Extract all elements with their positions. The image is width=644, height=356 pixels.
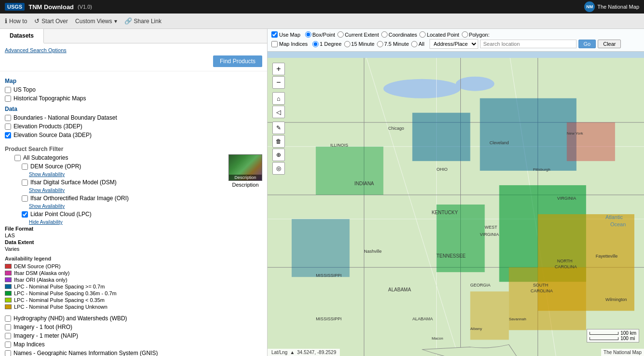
boundaries-checkbox[interactable] <box>5 115 11 121</box>
clear-button[interactable]: Clear <box>598 40 621 48</box>
draw-point-button[interactable]: ⊕ <box>272 149 285 161</box>
address-type-select[interactable]: Address/Place <box>429 39 478 49</box>
data-extent-row: Data Extent <box>5 239 262 245</box>
dem-opr-availability-link[interactable]: Show Availability <box>29 172 262 177</box>
ifsar-dsm-availability-link[interactable]: Show Availability <box>29 188 262 193</box>
draw-pencil-button[interactable]: ✎ <box>272 122 285 134</box>
go-button[interactable]: Go <box>578 40 596 48</box>
elevation-3dep-checkbox[interactable] <box>5 123 11 130</box>
svg-text:Pittsburgh: Pittsburgh <box>533 167 550 172</box>
box-point-radio-item: Box/Point <box>305 31 335 38</box>
thumbnail-label: Description <box>229 175 262 180</box>
app-version: (V1.0) <box>78 4 92 10</box>
legend-title: Availability legend <box>5 256 262 261</box>
names-gnis-checkbox[interactable] <box>5 350 11 356</box>
ifsar-dsm-checkbox[interactable] <box>22 179 28 186</box>
share-link-button[interactable]: 🔗 Share Link <box>124 17 161 25</box>
15-minute-label: 15 Minute <box>351 41 375 47</box>
panel-content: Map US Topo Historical Topographic Maps … <box>0 71 267 356</box>
lidar-lpc-label: Lidar Point Cloud (LPC) <box>30 211 92 218</box>
zoom-back-button[interactable]: ◁ <box>272 106 285 118</box>
svg-text:Fayetteville: Fayetteville <box>596 254 618 259</box>
svg-text:Macon: Macon <box>431 336 443 341</box>
current-extent-radio-item: Current Extent <box>337 31 379 38</box>
custom-views-button[interactable]: Custom Views ▾ <box>75 18 117 25</box>
us-topo-item: US Topo <box>5 86 262 93</box>
all-subcategories-checkbox[interactable] <box>14 155 21 161</box>
map-controls-row1: Use Map Box/Point Current Extent Coordin… <box>271 31 640 38</box>
zoom-home-button[interactable]: ⌂ <box>272 92 285 105</box>
legend-label-dsm: Ifsar DSM (Alaska only) <box>14 270 70 276</box>
ifsar-ori-item: Ifsar Orthorectified Radar Image (ORI) <box>22 195 262 202</box>
legend-label-ori: Ifsar ORI (Alaska only) <box>14 277 67 283</box>
lidar-lpc-checkbox[interactable] <box>22 211 28 218</box>
map-area[interactable]: Use Map Box/Point Current Extent Coordin… <box>268 29 644 356</box>
legend-item-lpc3: LPC - Nominal Pulse Spacing < 0.35m <box>5 297 262 303</box>
extent-type-group: Box/Point Current Extent Coordinates Loc… <box>305 31 489 38</box>
advanced-search-link[interactable]: Advanced Search Options <box>5 47 262 53</box>
svg-text:Chicago: Chicago <box>388 126 404 131</box>
legend-item-lpc2: LPC - Nominal Pulse Spacing 0.36m - 0.7m <box>5 290 262 296</box>
file-format-label: File Format <box>5 226 33 232</box>
coordinates-radio[interactable] <box>381 31 388 38</box>
lidar-lpc-availability-link[interactable]: Hide Availability <box>29 219 262 225</box>
how-to-button[interactable]: ℹ How to <box>5 17 27 25</box>
product-filter-header: Product Search Filter <box>5 146 262 152</box>
tab-datasets[interactable]: Datasets <box>0 29 44 43</box>
map-indices-map-label: Map Indices <box>279 41 308 47</box>
zoom-in-button[interactable]: + <box>272 63 285 75</box>
zoom-out-button[interactable]: − <box>272 76 285 89</box>
map-scale: 100 km 100 mi <box>587 329 639 342</box>
ifsar-ori-availability-link[interactable]: Show Availability <box>29 204 262 209</box>
use-map-checkbox[interactable] <box>271 31 278 38</box>
search-area: Advanced Search Options Find Products <box>0 43 267 71</box>
scale-km-label: 100 km <box>620 330 636 336</box>
svg-rect-15 <box>412 113 470 161</box>
located-point-radio[interactable] <box>419 31 426 38</box>
all-radio[interactable] <box>411 41 417 47</box>
dem-opr-checkbox[interactable] <box>22 164 28 170</box>
box-point-radio[interactable] <box>305 31 311 38</box>
ifsar-ori-checkbox[interactable] <box>22 195 28 202</box>
svg-text:OHIO: OHIO <box>436 167 447 172</box>
draw-location-button[interactable]: ◎ <box>272 162 285 175</box>
legend-label-lpc1: LPC - Nominal Pulse Spacing >= 0.7m <box>14 284 105 289</box>
start-over-button[interactable]: ↺ Start Over <box>34 17 68 25</box>
boundaries-item: Boundaries - National Boundary Dataset <box>5 114 262 121</box>
7-5-minute-radio[interactable] <box>377 41 383 47</box>
data-section-header: Data <box>5 106 262 112</box>
current-extent-radio[interactable] <box>337 31 344 38</box>
svg-text:Savannah: Savannah <box>509 317 526 321</box>
svg-point-1 <box>383 79 460 98</box>
imagery-1m-checkbox[interactable] <box>5 333 11 339</box>
draw-trash-button[interactable]: 🗑 <box>272 135 285 148</box>
1-degree-radio[interactable] <box>312 41 319 47</box>
hydrography-checkbox[interactable] <box>5 315 11 322</box>
description-link[interactable]: Description <box>228 182 262 188</box>
product-filter: Product Search Filter Description Descri… <box>5 140 262 313</box>
map-indices-checkbox[interactable] <box>5 342 11 348</box>
latlng-arrow: ▲ <box>290 350 295 355</box>
legend: Availability legend DEM Source (OPR) Ifs… <box>5 256 262 310</box>
imagery-1ft-checkbox[interactable] <box>5 324 11 330</box>
box-point-label: Box/Point <box>312 32 335 38</box>
polygon-radio[interactable] <box>462 31 468 38</box>
svg-rect-14 <box>480 98 577 171</box>
imagery-1ft-item: Imagery - 1 foot (HRO) <box>5 324 262 330</box>
map-indices-map-checkbox[interactable] <box>271 41 278 47</box>
15-minute-radio[interactable] <box>344 41 350 47</box>
find-products-button[interactable]: Find Products <box>213 55 262 67</box>
elevation-source-checkbox[interactable] <box>5 132 11 138</box>
coordinates-radio-item: Coordinates <box>381 31 417 38</box>
hist-topo-checkbox[interactable] <box>5 96 11 102</box>
product-thumbnail: Description <box>228 154 262 181</box>
location-search-input[interactable] <box>480 40 577 48</box>
legend-label-lpc3: LPC - Nominal Pulse Spacing < 0.35m <box>14 297 105 303</box>
svg-text:New York: New York <box>567 131 584 136</box>
svg-text:MISSISSIPPI: MISSISSIPPI <box>316 316 342 321</box>
map-visualization[interactable]: Chicago Cleveland New York Pittsburgh VI… <box>268 58 644 356</box>
file-format-value: LAS <box>5 233 15 238</box>
all-subcategories-label: All Subcategories <box>23 154 68 161</box>
us-topo-checkbox[interactable] <box>5 87 11 93</box>
chevron-down-icon: ▾ <box>114 18 117 25</box>
